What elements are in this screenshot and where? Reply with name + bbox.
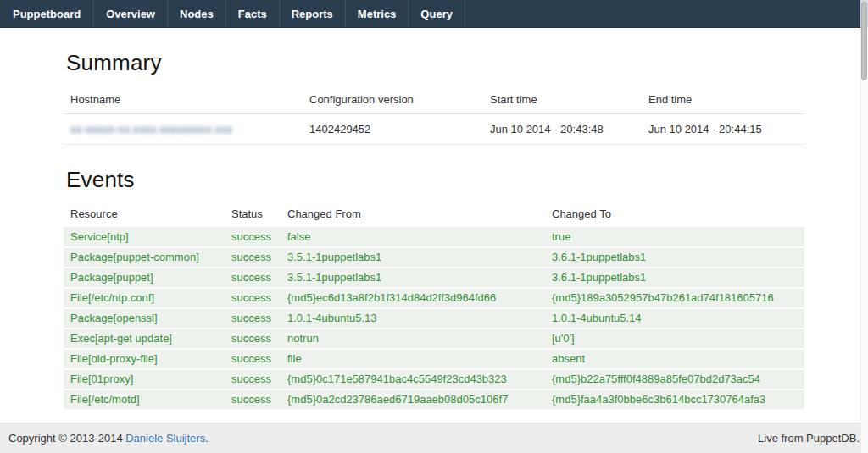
nav-item-query[interactable]: Query [409,0,465,27]
changed-from-cell: file [281,349,545,369]
changed-from-cell: {md5}ec6d13a8f2b1f314d84d2ff3d964fd66 [281,288,545,308]
nav-item-reports[interactable]: Reports [280,0,346,27]
table-row: Exec[apt-get update] success notrun [u'0… [64,329,804,349]
changed-from-cell: {md5}0c171e587941bac4c5549f23cd43b323 [281,369,545,389]
resource-cell: Package[puppet-common] [64,247,225,268]
changed-from-cell: {md5}0a2cd23786aed6719aaeb08d05c106f7 [281,389,545,410]
scrollbar-thumb[interactable] [861,2,867,80]
table-row: File[/etc/ntp.conf] success {md5}ec6d13a… [64,288,804,308]
scrollbar-track[interactable] [860,0,868,453]
puppetdb-status-text: Live from PuppetDB. [758,423,860,453]
summary-col-end-time: End time [642,85,804,114]
changed-to-cell: [u'0'] [545,329,804,349]
hostname-cell: xx-xxxxx-xx.xxxx.xxxxxxxxx.xxx [64,114,303,145]
nav-brand-puppetboard[interactable]: Puppetboard [0,0,94,27]
copyright-suffix: . [205,432,209,445]
copyright-prefix: Copyright © 2013-2014 [8,432,125,445]
nav-item-facts[interactable]: Facts [226,0,280,27]
summary-data-row: xx-xxxxx-xx.xxxx.xxxxxxxxx.xxx 140242945… [64,114,804,145]
author-link[interactable]: Daniele Sluijters [125,432,205,445]
changed-to-cell: absent [545,349,804,369]
summary-col-config-version: Configuration version [303,85,483,114]
table-row: File[old-proxy-file] success file absent [64,349,804,369]
resource-cell: Package[openssl] [64,308,225,329]
resource-cell: Package[puppet] [64,268,225,288]
status-cell: success [225,349,281,369]
changed-to-cell: {md5}b22a75fff0f4889a85fe07bd2d73ac54 [545,369,804,389]
events-col-changed-from: Changed From [281,202,545,228]
nav-item-metrics[interactable]: Metrics [346,0,409,27]
summary-col-start-time: Start time [483,85,642,114]
copyright-text: Copyright © 2013-2014 Daniele Sluijters. [8,423,209,453]
navbar: Puppetboard Overview Nodes Facts Reports… [0,0,868,28]
changed-from-cell: 1.0.1-4ubuntu5.13 [281,308,545,329]
changed-from-cell: notrun [281,329,545,349]
start-time-cell: Jun 10 2014 - 20:43:48 [483,114,642,145]
hostname-link-blurred[interactable]: xx-xxxxx-xx.xxxx.xxxxxxxxx.xxx [70,123,232,135]
resource-cell: Service[ntp] [64,228,225,248]
resource-cell: Exec[apt-get update] [64,329,225,349]
changed-to-cell: 1.0.1-4ubuntu5.14 [545,308,804,329]
resource-cell: File[old-proxy-file] [64,349,225,369]
status-cell: success [225,369,281,389]
changed-from-cell: false [281,228,545,248]
changed-to-cell: 3.6.1-1puppetlabs1 [545,247,804,268]
summary-title: Summary [66,50,804,76]
changed-to-cell: {md5}189a3052957b47b261ad74f181605716 [545,288,804,308]
end-time-cell: Jun 10 2014 - 20:44:15 [642,114,804,145]
events-col-resource: Resource [64,202,225,228]
summary-col-hostname: Hostname [64,85,303,114]
status-cell: success [225,268,281,288]
status-cell: success [225,329,281,349]
main-content: Summary Hostname Configuration version S… [51,50,817,411]
events-col-status: Status [225,202,281,228]
config-version-cell: 1402429452 [303,114,483,145]
table-row: File[01proxy] success {md5}0c171e587941b… [64,369,804,389]
status-cell: success [225,247,281,268]
status-cell: success [225,389,281,410]
resource-cell: File[01proxy] [64,369,225,389]
status-cell: success [225,308,281,329]
table-row: Package[puppet] success 3.5.1-1puppetlab… [64,268,804,288]
nav-item-overview[interactable]: Overview [94,0,168,27]
table-row: Service[ntp] success false true [64,228,804,248]
events-header-row: Resource Status Changed From Changed To [64,202,804,228]
summary-table: Hostname Configuration version Start tim… [64,85,804,145]
changed-to-cell: {md5}faa4a3f0bbe6c3b614bcc1730764afa3 [545,389,804,410]
resource-cell: File[/etc/motd] [64,389,225,410]
events-title: Events [66,167,804,193]
table-row: Package[puppet-common] success 3.5.1-1pu… [64,247,804,268]
status-cell: success [225,228,281,248]
page: Puppetboard Overview Nodes Facts Reports… [0,0,868,453]
events-col-changed-to: Changed To [545,202,804,228]
changed-from-cell: 3.5.1-1puppetlabs1 [281,268,545,288]
table-row: Package[openssl] success 1.0.1-4ubuntu5.… [64,308,804,329]
events-table: Resource Status Changed From Changed To … [64,202,804,411]
changed-from-cell: 3.5.1-1puppetlabs1 [281,247,545,268]
table-row: File[/etc/motd] success {md5}0a2cd23786a… [64,389,804,410]
changed-to-cell: true [545,228,804,248]
footer: Copyright © 2013-2014 Daniele Sluijters.… [0,423,868,453]
changed-to-cell: 3.6.1-1puppetlabs1 [545,268,804,288]
status-cell: success [225,288,281,308]
summary-header-row: Hostname Configuration version Start tim… [64,85,804,114]
nav-item-nodes[interactable]: Nodes [168,0,226,27]
resource-cell: File[/etc/ntp.conf] [64,288,225,308]
